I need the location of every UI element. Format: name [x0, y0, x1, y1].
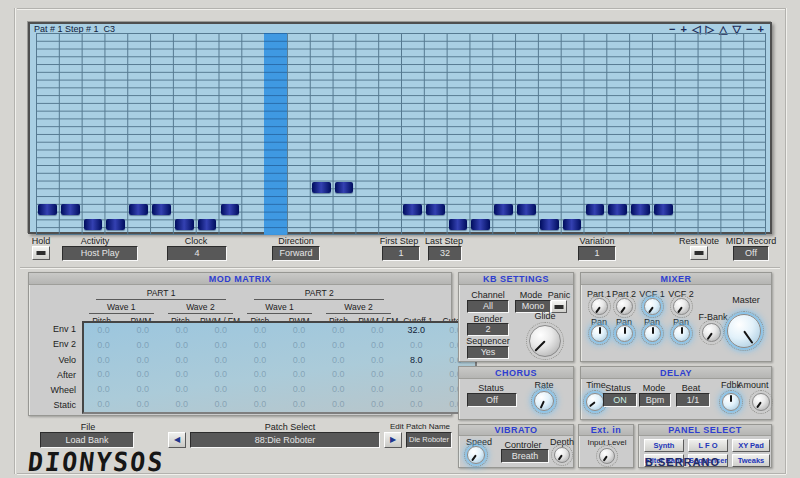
note-bar[interactable]	[494, 204, 513, 215]
note-bar[interactable]	[517, 204, 536, 215]
pan1-knob[interactable]	[591, 325, 608, 342]
note-bar[interactable]	[631, 204, 650, 215]
vcf1-knob[interactable]	[644, 298, 661, 315]
mod-matrix-cell[interactable]: 0.0	[123, 382, 162, 397]
note-bar[interactable]	[221, 204, 240, 215]
delay-amount-knob[interactable]	[752, 393, 770, 411]
mod-matrix-cell[interactable]: 0.0	[358, 382, 397, 397]
note-bar[interactable]	[563, 219, 582, 230]
mod-matrix-cell[interactable]: 8.0	[397, 353, 436, 368]
vibrato-speed-knob[interactable]	[467, 446, 485, 464]
mod-matrix-cell[interactable]: 0.0	[162, 367, 201, 382]
mod-matrix-cell[interactable]: 0.0	[240, 338, 279, 353]
kb-sequencer-select[interactable]: Yes	[467, 346, 509, 359]
mod-matrix-cell[interactable]: 0.0	[201, 382, 240, 397]
panel-button-xypad[interactable]: XY Pad	[732, 439, 770, 452]
mod-matrix-cell[interactable]: 0.0	[279, 323, 318, 338]
note-bar[interactable]	[61, 204, 80, 215]
delay-mode-select[interactable]: Bpm	[639, 393, 671, 407]
note-bar[interactable]	[38, 204, 57, 215]
mod-matrix-cell[interactable]: 0.0	[240, 367, 279, 382]
note-bar[interactable]	[335, 182, 354, 193]
part2-knob[interactable]	[616, 298, 633, 315]
mod-matrix-cell[interactable]: 0.0	[84, 338, 123, 353]
mod-matrix-cell[interactable]: 0.0	[279, 353, 318, 368]
patch-next-button[interactable]: ▶	[384, 432, 402, 448]
mod-matrix-grid[interactable]: 0.00.00.00.00.00.00.00.032.00.00.00.00.0…	[82, 321, 477, 414]
note-bar[interactable]	[198, 219, 217, 230]
rest-note-button[interactable]	[690, 246, 708, 260]
mod-matrix-cell[interactable]: 0.0	[240, 397, 279, 412]
mod-matrix-cell[interactable]: 0.0	[162, 382, 201, 397]
chorus-rate-knob[interactable]	[534, 391, 554, 411]
mod-matrix-cell[interactable]: 0.0	[319, 397, 358, 412]
mod-matrix-cell[interactable]: 0.0	[162, 323, 201, 338]
mod-matrix-cell[interactable]: 0.0	[319, 367, 358, 382]
midi-record-select[interactable]: Off	[733, 246, 769, 261]
first-step-select[interactable]: 1	[382, 246, 420, 261]
mod-matrix-cell[interactable]: 0.0	[201, 397, 240, 412]
mod-matrix-cell[interactable]: 0.0	[84, 353, 123, 368]
mod-matrix-cell[interactable]: 0.0	[84, 367, 123, 382]
mod-matrix-cell[interactable]: 0.0	[279, 338, 318, 353]
last-step-select[interactable]: 32	[428, 246, 462, 261]
mod-matrix-cell[interactable]: 0.0	[240, 353, 279, 368]
mod-matrix-cell[interactable]: 0.0	[123, 323, 162, 338]
mod-matrix-cell[interactable]: 0.0	[319, 323, 358, 338]
note-bar[interactable]	[312, 182, 331, 193]
mod-matrix-cell[interactable]: 0.0	[358, 323, 397, 338]
mod-matrix-cell[interactable]: 32.0	[397, 323, 436, 338]
note-bar[interactable]	[84, 219, 103, 230]
mod-matrix-cell[interactable]: 0.0	[279, 367, 318, 382]
note-bar[interactable]	[106, 219, 125, 230]
mod-matrix-cell[interactable]: 0.0	[123, 338, 162, 353]
mod-matrix-cell[interactable]: 0.0	[123, 367, 162, 382]
note-bar[interactable]	[426, 204, 445, 215]
panel-button-lfo[interactable]: L F O	[688, 439, 728, 452]
note-bar[interactable]	[654, 204, 673, 215]
note-bar[interactable]	[129, 204, 148, 215]
fbank-knob[interactable]	[702, 323, 721, 342]
note-bar[interactable]	[449, 219, 468, 230]
vibrato-depth-knob[interactable]	[554, 447, 570, 463]
mod-matrix-cell[interactable]: 0.0	[84, 397, 123, 412]
mod-matrix-cell[interactable]: 0.0	[162, 397, 201, 412]
channel-select[interactable]: All	[467, 300, 509, 313]
mod-matrix-cell[interactable]: 0.0	[201, 323, 240, 338]
master-knob[interactable]	[727, 314, 761, 348]
mod-matrix-cell[interactable]: 0.0	[358, 353, 397, 368]
clock-select[interactable]: 4	[167, 246, 227, 261]
hold-button[interactable]	[32, 246, 50, 260]
note-bar[interactable]	[403, 204, 422, 215]
pan3-knob[interactable]	[644, 325, 661, 342]
mod-matrix-cell[interactable]: 0.0	[397, 382, 436, 397]
mod-matrix-cell[interactable]: 0.0	[319, 353, 358, 368]
vibrato-controler-select[interactable]: Breath	[501, 449, 549, 463]
edit-patch-name-box[interactable]: Die Roboter	[406, 432, 452, 448]
mod-matrix-cell[interactable]: 0.0	[123, 353, 162, 368]
delay-beat-select[interactable]: 1/1	[676, 393, 710, 407]
mod-matrix-cell[interactable]: 0.0	[201, 367, 240, 382]
note-bar[interactable]	[586, 204, 605, 215]
chorus-status-select[interactable]: Off	[467, 393, 517, 407]
delay-fdbk-knob[interactable]	[722, 393, 740, 411]
mod-matrix-cell[interactable]: 0.0	[162, 353, 201, 368]
panel-button-synth[interactable]: Synth	[644, 439, 684, 452]
direction-select[interactable]: Forward	[272, 246, 320, 261]
mod-matrix-cell[interactable]: 0.0	[397, 397, 436, 412]
pan4-knob[interactable]	[673, 325, 690, 342]
note-bar[interactable]	[175, 219, 194, 230]
note-bar[interactable]	[608, 204, 627, 215]
glide-knob[interactable]	[529, 325, 561, 357]
part1-knob[interactable]	[591, 298, 608, 315]
load-bank-button[interactable]: Load Bank	[40, 432, 134, 448]
note-bar[interactable]	[152, 204, 171, 215]
activity-select[interactable]: Host Play	[62, 246, 138, 261]
mod-matrix-cell[interactable]: 0.0	[358, 338, 397, 353]
mod-matrix-cell[interactable]: 0.0	[279, 397, 318, 412]
mod-matrix-cell[interactable]: 0.0	[240, 382, 279, 397]
delay-status-select[interactable]: ON	[603, 393, 637, 407]
variation-select[interactable]: 1	[578, 246, 616, 261]
sequencer-grid[interactable]	[36, 33, 766, 235]
mod-matrix-cell[interactable]: 0.0	[397, 338, 436, 353]
